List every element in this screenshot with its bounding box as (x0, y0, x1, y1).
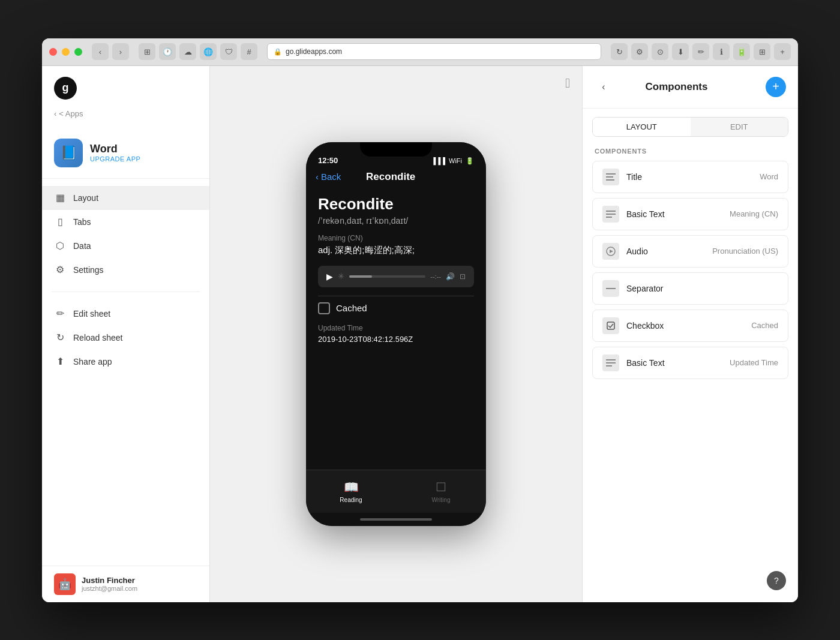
user-info: Justin Fincher justzht@gmail.com (82, 576, 137, 592)
app-details: Word UPGRADE APP (90, 143, 140, 163)
basic-text-1-name: Basic Text (626, 209, 730, 219)
info-icon[interactable]: ℹ (713, 43, 730, 60)
upgrade-label[interactable]: UPGRADE APP (90, 155, 140, 163)
audio-progress-bar[interactable] (349, 275, 425, 278)
share-app-item[interactable]: ⬆ Share app (42, 350, 209, 374)
component-basic-text-2[interactable]: Basic Text Updated Time (592, 347, 788, 379)
component-basic-text-1[interactable]: Basic Text Meaning (CN) (592, 198, 788, 230)
avatar-emoji: 🤖 (58, 578, 71, 591)
phone-home-indicator (306, 513, 486, 526)
url-text: go.glideapps.com (286, 47, 342, 56)
clock-icon[interactable]: 🕐 (159, 43, 176, 60)
basic-text-2-name: Basic Text (626, 358, 730, 368)
settings-label: Settings (73, 265, 104, 275)
sidebar-item-layout[interactable]: ▦ Layout (42, 186, 209, 210)
app-info: 📘 Word UPGRADE APP (42, 134, 209, 176)
audio-player: ▶ ✳ --:-- 🔊 ⊡ (318, 266, 474, 287)
grid-icon[interactable]: ⊞ (754, 43, 770, 60)
title-bar: ‹ › ⊞ 🕐 ☁ 🌐 🛡 # 🔒 go.glideapps.com ↻ ⚙ ⊙… (42, 38, 798, 66)
lock-icon: 🔒 (274, 48, 282, 56)
edit-icon[interactable]: ✏ (692, 43, 709, 60)
battery-icon[interactable]: 🔋 (733, 43, 750, 60)
component-title[interactable]: Title Word (592, 161, 788, 193)
svg-rect-4 (606, 214, 616, 215)
shield-icon[interactable]: 🛡 (220, 43, 237, 60)
share-app-label: Share app (73, 357, 112, 366)
forward-nav-button[interactable]: › (112, 43, 129, 60)
back-label: < Apps (59, 109, 83, 118)
layout-label: Layout (73, 193, 98, 203)
hash-icon[interactable]: # (241, 43, 257, 60)
phone-time: 12:50 (318, 156, 338, 165)
edit-sheet-item[interactable]: ✏ Edit sheet (42, 302, 209, 326)
svg-rect-11 (606, 362, 616, 363)
download-icon[interactable]: ⬇ (672, 43, 689, 60)
sidebar-nav: ▦ Layout ▯ Tabs ⬡ Data ⚙ Settings (42, 181, 209, 287)
tabs-icon: ▯ (54, 216, 66, 228)
updated-time-label: Updated Time (318, 324, 474, 332)
tab-layout[interactable]: LAYOUT (593, 118, 691, 136)
share-app-icon: ⬆ (54, 356, 66, 368)
component-separator[interactable]: Separator (592, 272, 788, 305)
svg-rect-5 (606, 217, 612, 218)
cached-checkbox[interactable] (318, 302, 330, 314)
word-meaning: adj. 深奥的;晦涩的;高深; (318, 245, 474, 256)
updated-time-value: 2019-10-23T08:42:12.596Z (318, 335, 474, 344)
settings-icon: ⚙ (54, 264, 66, 276)
address-bar[interactable]: 🔒 go.glideapps.com (267, 43, 601, 60)
basic-text-1-value: Meaning (CN) (730, 209, 778, 218)
help-button[interactable]: ? (767, 571, 786, 590)
phone-tab-reading[interactable]: 📖 Reading (306, 480, 396, 503)
word-phonetic: /ˈrekənˌdaɪt, rɪˈkɒnˌdaɪt/ (318, 216, 474, 226)
close-button[interactable] (49, 48, 57, 56)
tab-edit[interactable]: EDIT (691, 118, 788, 136)
data-icon: ⬡ (54, 240, 66, 252)
globe-icon[interactable]: 🌐 (200, 43, 217, 60)
back-to-apps-link[interactable]: ‹ < Apps (54, 109, 197, 118)
audio-comp-value: Pronunciation (US) (712, 247, 778, 256)
settings-icon[interactable]: ⚙ (631, 43, 648, 60)
app-name: Word (90, 143, 140, 155)
wifi-icon: WiFi (449, 157, 462, 164)
fullscreen-button[interactable] (74, 48, 82, 56)
phone-back-button[interactable]: ‹ Back (316, 172, 341, 182)
phone-back-chevron: ‹ (316, 172, 319, 182)
audio-comp-name: Audio (626, 247, 712, 256)
writing-label: Writing (432, 497, 451, 503)
signal-icon: ▐▐▐ (431, 157, 445, 164)
component-list: Title Word Basic Text Meaning (CN) Audio… (583, 161, 798, 602)
phone-mockup: 12:50 ▐▐▐ WiFi 🔋 ‹ Back Recondite (306, 142, 486, 526)
cloud-icon[interactable]: ☁ (179, 43, 196, 60)
sidebar-actions: ✏ Edit sheet ↻ Reload sheet ⬆ Share app (42, 297, 209, 378)
separator-comp-name: Separator (626, 284, 778, 293)
panel-header: ‹ Components + (583, 66, 798, 109)
panel-back-button[interactable]: ‹ (595, 78, 613, 96)
back-nav-button[interactable]: ‹ (92, 43, 109, 60)
screen-icon[interactable]: ⊡ (460, 272, 466, 281)
reload-sheet-item[interactable]: ↻ Reload sheet (42, 326, 209, 350)
layout-edit-tabs: LAYOUT EDIT (592, 117, 788, 137)
phone-tab-writing[interactable]: ☐ Writing (396, 480, 486, 503)
minimize-button[interactable] (62, 48, 70, 56)
add-component-button[interactable]: + (766, 77, 786, 97)
sidebar-item-tabs[interactable]: ▯ Tabs (42, 210, 209, 234)
play-button[interactable]: ▶ (326, 272, 333, 281)
component-checkbox[interactable]: Checkbox Cached (592, 310, 788, 342)
sidebar-toggle-icon[interactable]: ⊞ (139, 43, 155, 60)
app-icon: 📘 (54, 139, 83, 167)
plus-icon[interactable]: + (774, 43, 791, 60)
sidebar-item-data[interactable]: ⬡ Data (42, 234, 209, 258)
sidebar: g ‹ < Apps 📘 Word UPGRADE APP ▦ Layout (42, 66, 210, 602)
avatar: 🤖 (54, 573, 76, 595)
volume-icon[interactable]: 🔊 (446, 272, 455, 281)
reload-icon[interactable]: ↻ (611, 43, 628, 60)
word-title: Recondite (318, 195, 474, 214)
svg-rect-12 (606, 365, 612, 366)
user-email: justzht@gmail.com (82, 585, 137, 592)
svg-rect-9 (607, 322, 614, 329)
writing-icon: ☐ (436, 480, 446, 494)
component-audio[interactable]: Audio Pronunciation (US) (592, 235, 788, 268)
sidebar-item-settings[interactable]: ⚙ Settings (42, 258, 209, 282)
basic-text-2-value: Updated Time (730, 358, 778, 367)
toggle-icon[interactable]: ⊙ (652, 43, 668, 60)
